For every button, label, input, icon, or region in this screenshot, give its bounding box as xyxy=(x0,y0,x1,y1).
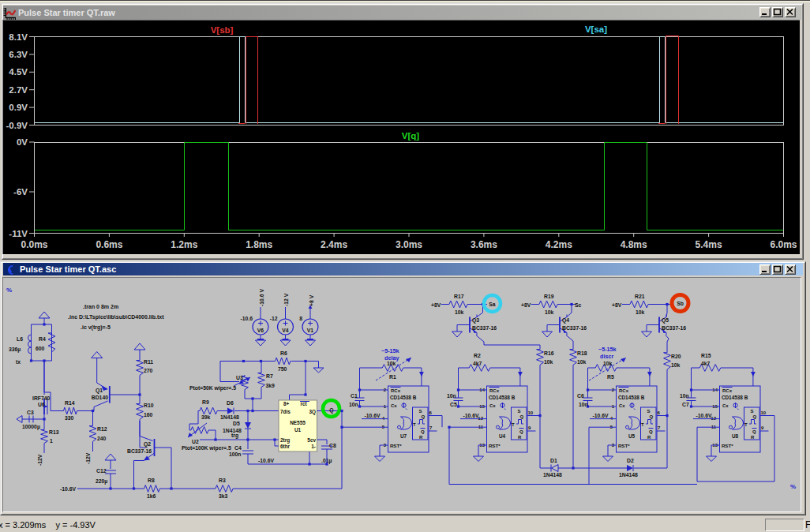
svg-text:U4: U4 xyxy=(499,433,506,439)
svg-text:V[sb]: V[sb] xyxy=(211,25,234,35)
svg-text:-10.6V: -10.6V xyxy=(463,413,478,418)
svg-text:C7: C7 xyxy=(682,402,689,407)
svg-text:C1: C1 xyxy=(351,393,358,399)
svg-text:1N4148: 1N4148 xyxy=(220,414,239,420)
svg-text:U8: U8 xyxy=(732,433,739,439)
svg-text:R21: R21 xyxy=(635,294,645,299)
svg-text:Q: Q xyxy=(329,407,333,414)
svg-text:7: 7 xyxy=(658,425,661,430)
svg-text:600: 600 xyxy=(36,346,45,351)
svg-text:Q: Q xyxy=(752,429,756,434)
svg-text:R9: R9 xyxy=(202,399,209,405)
svg-text:D1: D1 xyxy=(550,458,557,463)
svg-text:240: 240 xyxy=(97,436,107,441)
svg-text:10000µ: 10000µ xyxy=(22,424,40,430)
svg-text:CD14538 B: CD14538 B xyxy=(489,395,516,400)
svg-text:.tran 0 8m 2m: .tran 0 8m 2m xyxy=(83,304,118,309)
svg-text:V6: V6 xyxy=(257,328,264,333)
svg-text:Sa: Sa xyxy=(489,302,496,307)
svg-text:tx: tx xyxy=(16,359,21,365)
svg-text:-12V: -12V xyxy=(37,454,43,466)
svg-text:R: R xyxy=(751,435,755,440)
svg-text:100n: 100n xyxy=(229,451,242,457)
svg-text:BC337-16: BC337-16 xyxy=(662,325,686,331)
svg-text:-12V: -12V xyxy=(85,452,91,464)
svg-text:C12: C12 xyxy=(96,468,107,474)
svg-text:Q1: Q1 xyxy=(96,388,103,394)
svg-text:6thr: 6thr xyxy=(280,444,291,449)
svg-text:10n: 10n xyxy=(349,402,358,407)
svg-text:+8 V: +8 V xyxy=(309,294,314,306)
svg-text:2.7V: 2.7V xyxy=(9,85,28,95)
svg-text:0.0ms: 0.0ms xyxy=(21,239,47,250)
svg-text:Q2: Q2 xyxy=(144,441,151,448)
svg-text:R: R xyxy=(647,435,651,440)
svg-text:1-: 1- xyxy=(311,444,316,449)
svg-text:CD14538 B: CD14538 B xyxy=(390,395,417,400)
svg-text:Ptot=50K wiper=.5: Ptot=50K wiper=.5 xyxy=(189,385,236,392)
svg-text:10k: 10k xyxy=(636,309,645,315)
svg-text:4k7: 4k7 xyxy=(473,361,482,366)
svg-text:-11V: -11V xyxy=(9,229,28,238)
svg-text:BD140: BD140 xyxy=(92,395,108,400)
svg-text:1k6: 1k6 xyxy=(147,493,156,499)
svg-text:10k: 10k xyxy=(544,359,553,365)
svg-text:RCx: RCx xyxy=(722,388,733,393)
svg-text:D2: D2 xyxy=(627,458,634,463)
svg-text:-10.6V: -10.6V xyxy=(592,413,608,418)
svg-text:1.8ms: 1.8ms xyxy=(246,239,272,250)
svg-text:RCx: RCx xyxy=(619,388,629,393)
svg-text:+8V: +8V xyxy=(521,302,531,308)
svg-text:.ic v(trg)=-5: .ic v(trg)=-5 xyxy=(81,324,111,331)
svg-text:V4: V4 xyxy=(282,328,289,333)
svg-text:D6: D6 xyxy=(227,400,234,406)
svg-text:BC337-16: BC337-16 xyxy=(562,325,587,331)
svg-text:10k: 10k xyxy=(387,361,396,366)
svg-text:S: S xyxy=(518,409,521,414)
svg-text:0V: 0V xyxy=(17,137,28,147)
svg-text:V1: V1 xyxy=(307,328,314,333)
svg-text:R6: R6 xyxy=(280,350,287,356)
svg-text:R: R xyxy=(419,435,423,440)
svg-text:330: 330 xyxy=(65,415,74,421)
svg-text:%: % xyxy=(790,483,796,490)
svg-text:R15: R15 xyxy=(701,353,711,358)
svg-text:RCx: RCx xyxy=(391,388,401,393)
svg-text:Q: Q xyxy=(753,414,757,419)
svg-text:U3: U3 xyxy=(236,375,243,380)
svg-text:S: S xyxy=(419,409,422,414)
svg-text:10: 10 xyxy=(761,410,767,415)
svg-text:R14: R14 xyxy=(65,400,75,406)
svg-text:Sb: Sb xyxy=(677,301,684,306)
svg-text:U7: U7 xyxy=(400,433,407,439)
svg-text:7dis: 7dis xyxy=(280,409,291,414)
svg-text:4.5V: 4.5V xyxy=(9,67,28,77)
svg-text:Q: Q xyxy=(520,414,524,419)
svg-text:R2: R2 xyxy=(474,353,481,358)
svg-text:~5-15k: ~5-15k xyxy=(381,347,399,354)
svg-text:T: T xyxy=(512,422,515,427)
svg-text:-10.6: -10.6 xyxy=(241,316,253,321)
svg-text:BC337-16: BC337-16 xyxy=(472,325,497,331)
svg-text:Q: Q xyxy=(421,429,425,434)
svg-text:U5: U5 xyxy=(628,433,636,439)
svg-text:L6: L6 xyxy=(17,336,23,342)
svg-text:10n: 10n xyxy=(579,402,588,407)
svg-text:336µ: 336µ xyxy=(9,347,21,353)
svg-text:U2: U2 xyxy=(192,439,199,444)
svg-text:3k3: 3k3 xyxy=(219,493,228,499)
svg-text:R1: R1 xyxy=(389,374,396,380)
svg-text:rct: rct xyxy=(301,401,308,406)
svg-text:C6: C6 xyxy=(577,393,584,399)
svg-text:5cv: 5cv xyxy=(307,437,316,443)
svg-text:D5: D5 xyxy=(233,421,240,426)
svg-text:T: T xyxy=(744,422,748,427)
svg-text:9: 9 xyxy=(761,425,764,430)
svg-text:R18: R18 xyxy=(577,350,587,356)
svg-text:-0.9V: -0.9V xyxy=(6,121,28,130)
svg-text:V[q]: V[q] xyxy=(402,131,420,140)
svg-text:8.1V: 8.1V xyxy=(9,32,28,42)
svg-text:T: T xyxy=(641,422,644,427)
svg-text:+8V: +8V xyxy=(612,302,622,308)
svg-text:RST*: RST* xyxy=(390,443,402,448)
